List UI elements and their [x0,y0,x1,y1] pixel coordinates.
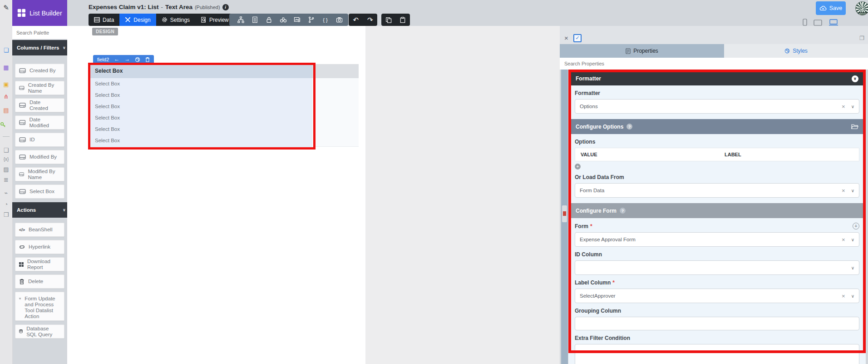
palette-column-id[interactable]: ID [15,133,64,147]
redo-icon[interactable]: ↷ [367,14,373,26]
save-button[interactable]: Save [816,1,846,15]
braces-icon[interactable]: { } [318,17,332,23]
tab-styles[interactable]: Styles [724,44,868,58]
folder-open-icon[interactable] [851,124,858,130]
lock-icon[interactable] [262,16,276,23]
undo-icon[interactable]: ↶ [353,14,359,26]
docs-book-icon[interactable]: ❒ [0,212,12,218]
image-translate-icon[interactable] [290,16,304,23]
form-builder-icon[interactable]: ❏ [0,47,12,54]
load-data-from-select[interactable]: Form Data × ∨ [575,183,859,198]
avatar[interactable]: admin [855,1,868,15]
or-load-data-label: Or Load Data From [575,174,859,180]
formatter-section-header[interactable]: Formatter ∨ [571,72,863,85]
extra-filter-condition-textarea[interactable] [575,344,859,364]
editor-icon[interactable]: ✎ [0,5,12,11]
cell-select-box[interactable]: Select Box [90,112,312,124]
close-icon[interactable]: × [564,35,568,41]
tab-data[interactable]: Data [89,14,119,26]
palette-column-select-box[interactable]: Select Box [15,184,64,199]
help-icon[interactable]: ? [626,124,632,130]
palette-column-modified-by-name[interactable]: Modified By Name [15,167,64,181]
camera-icon[interactable] [332,16,346,23]
add-new-form-button[interactable]: + [853,223,859,229]
palette-action-hyperlink[interactable]: Hyperlink [15,240,64,254]
plugin-icon[interactable]: ⌁ [0,190,12,196]
variables-icon[interactable]: {x} [0,156,12,163]
collapse-section-icon[interactable]: ∨ [852,75,858,82]
tab-preview[interactable]: Preview [195,14,234,26]
report-builder-icon[interactable]: ▤ [0,107,12,114]
configure-options-section-header[interactable]: Configure Options ? [571,119,863,134]
design-icon [125,17,131,23]
cell-empty [312,90,359,101]
move-left-icon[interactable]: ← [114,55,119,64]
move-right-icon[interactable]: → [124,55,130,64]
expand-panel-icon[interactable]: ❐ [859,35,864,41]
paste-icon[interactable] [399,17,406,23]
formatter-select[interactable]: Options × ∨ [575,99,859,114]
info-icon[interactable]: i [222,4,229,10]
cell-select-box[interactable]: Select Box [90,124,312,135]
palette-column-created-by-name[interactable]: Created By Name [15,81,64,95]
palette-column-date-created[interactable]: Date Created [15,98,64,112]
label-column-select[interactable]: SelectApprover × ∨ [575,289,859,303]
columns-filters-section-header[interactable]: Columns / Filters ∨ [12,40,70,55]
code-branch-icon[interactable] [304,16,318,23]
tab-properties[interactable]: Properties [560,44,724,58]
tablet-preview-icon[interactable] [814,20,822,26]
cell-select-box[interactable]: Select Box [90,101,312,113]
monitor-gauge-icon[interactable]: ◔ [0,201,12,208]
notes-icon[interactable]: ❑ [0,147,12,154]
clear-icon[interactable]: × [842,187,845,194]
process-builder-icon[interactable]: ⋔ [0,94,12,100]
required-mark: * [612,279,615,286]
id-column-select[interactable]: ∨ [575,260,859,275]
grouping-column-input[interactable] [575,317,859,330]
form-select[interactable]: Expense Approval Form × ∨ [575,232,859,247]
permission-key-icon[interactable] [0,122,12,128]
palette-action-download-report[interactable]: Download Report [15,257,64,271]
clear-icon[interactable]: × [842,236,845,243]
clear-icon[interactable]: × [842,293,845,299]
tab-settings[interactable]: Settings [156,14,195,26]
cell-select-box[interactable]: Select Box [90,135,312,147]
palette-column-created-by[interactable]: Created By [15,64,64,78]
multi-select-checkbox-icon[interactable]: ✓ [573,34,582,42]
scrollbar-thumb[interactable] [562,205,567,222]
cell-empty [312,101,359,113]
cell-select-box[interactable]: Select Box [90,78,312,90]
search-properties-input[interactable] [560,58,868,70]
sitemap-icon[interactable] [234,16,248,23]
palette-action-database-sql[interactable]: Database SQL Query [15,324,64,339]
actions-section-header[interactable]: Actions ∨ [12,202,70,218]
log-icon[interactable]: ≣ [0,177,12,183]
search-palette-input[interactable] [12,26,67,39]
configure-form-section-header[interactable]: Configure Form ? [571,203,863,218]
copy-icon[interactable] [385,17,392,23]
palette-column-date-modified[interactable]: Date Modified [15,115,64,130]
delete-field-icon[interactable] [145,57,150,62]
tab-design[interactable]: Design [119,14,156,26]
style-palette-icon[interactable] [135,57,140,62]
table-header-row: Select Box [90,64,359,78]
clear-icon[interactable]: × [842,103,845,110]
page-structure-icon[interactable] [248,16,262,23]
palette-action-beanshell[interactable]: </> BeanShell [15,223,64,237]
field-id-label: field2 [97,57,109,62]
history-group: ↶ ↷ [349,14,377,26]
desktop-preview-icon[interactable] [829,19,838,26]
palette-column-modified-by[interactable]: Modified By [15,150,64,164]
add-option-button[interactable]: + [575,164,581,170]
app-root: ✎ ❏ ▦ ▣ ⋔ ▤ ❑ {x} ▨ ≣ ⌁ ◔ ❒ List Builder… [0,0,868,364]
help-icon[interactable]: ? [620,208,626,214]
list-builder-icon[interactable]: ▦ [0,65,12,71]
palette-action-delete[interactable]: Delete [15,274,64,289]
binoculars-icon[interactable] [276,16,290,23]
mobile-preview-icon[interactable] [803,19,807,26]
palette-action-form-update[interactable]: Form Update and Process Tool Datalist Ac… [15,292,64,321]
userview-builder-icon[interactable]: ▣ [0,81,12,88]
column-header-select-box[interactable]: Select Box [90,64,312,78]
media-icon[interactable]: ▨ [0,166,12,173]
cell-select-box[interactable]: Select Box [90,90,312,101]
